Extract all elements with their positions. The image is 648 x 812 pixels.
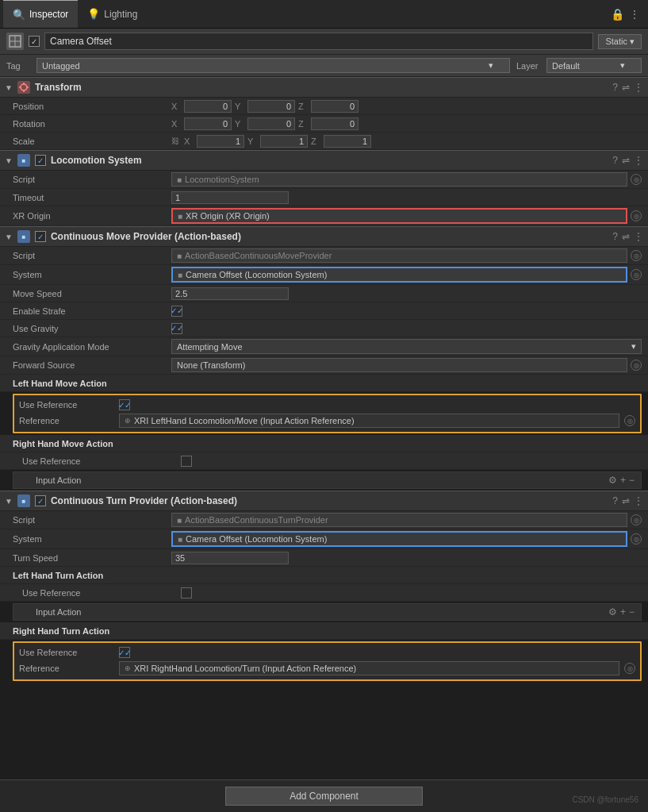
- position-x-input[interactable]: [184, 100, 232, 113]
- continuous-turn-help-icon[interactable]: ?: [612, 495, 618, 506]
- scale-x-input[interactable]: [197, 135, 244, 148]
- turn-left-use-ref-checkbox[interactable]: [181, 587, 192, 598]
- move-system-row: System ■ Camera Offset (Locomotion Syste…: [0, 265, 648, 285]
- continuous-move-more-icon[interactable]: ⋮: [634, 231, 643, 242]
- locomotion-section-header[interactable]: ▼ ■ ✓ Locomotion System ? ⇌ ⋮: [0, 150, 648, 171]
- locomotion-section-actions: ? ⇌ ⋮: [612, 155, 643, 166]
- turn-script-field: ■ ActionBasedContinuousTurnProvider: [171, 513, 627, 527]
- forward-source-field: None (Transform): [171, 358, 627, 372]
- transform-sliders-icon[interactable]: ⇌: [622, 82, 630, 93]
- continuous-turn-more-icon[interactable]: ⋮: [634, 495, 643, 506]
- content-area[interactable]: ▼ Transform ? ⇌ ⋮ Position X Y Z: [0, 77, 648, 789]
- locomotion-script-target[interactable]: ◎: [631, 174, 642, 185]
- turn-left-input-action-minus-icon[interactable]: −: [629, 606, 635, 618]
- continuous-turn-title: Continuous Turn Provider (Action-based): [51, 495, 608, 506]
- move-input-action-gear-icon[interactable]: ⚙: [608, 475, 617, 486]
- continuous-move-section-header[interactable]: ▼ ■ ✓ Continuous Move Provider (Action-b…: [0, 226, 648, 247]
- rotation-label: Rotation: [13, 119, 171, 129]
- turn-left-input-action-label: Input Action: [36, 607, 605, 617]
- continuous-move-title: Continuous Move Provider (Action-based): [51, 231, 608, 242]
- scale-link-icon: ⛓: [171, 137, 179, 145]
- gravity-mode-row: Gravity Application Mode Attempting Move…: [0, 337, 648, 356]
- move-script-field: ■ ActionBasedContinuousMoveProvider: [171, 248, 627, 263]
- gravity-mode-dropdown[interactable]: Attempting Move ▾: [171, 339, 642, 354]
- move-input-action-plus-icon[interactable]: +: [620, 475, 626, 486]
- tag-dropdown[interactable]: Untagged ▾: [36, 58, 510, 73]
- continuous-move-sliders-icon[interactable]: ⇌: [622, 231, 630, 242]
- enable-strafe-checkbox[interactable]: ✓: [171, 306, 182, 317]
- use-gravity-checkbox[interactable]: ✓: [171, 323, 182, 334]
- move-speed-label: Move Speed: [13, 289, 171, 298]
- turn-system-target[interactable]: ◎: [631, 533, 642, 545]
- move-input-action-minus-icon[interactable]: −: [629, 475, 635, 486]
- transform-help-icon[interactable]: ?: [612, 82, 618, 93]
- rotation-z-input[interactable]: [311, 117, 359, 130]
- forward-source-target[interactable]: ◎: [631, 360, 642, 371]
- locomotion-script-label: Script: [13, 175, 171, 184]
- locomotion-more-icon[interactable]: ⋮: [634, 155, 643, 166]
- locomotion-timeout-input[interactable]: [171, 191, 289, 204]
- left-hand-highlighted-box: Use Reference ✓ Reference ⊕ XRI LeftHand…: [13, 394, 642, 433]
- locomotion-timeout-row: Timeout: [0, 189, 648, 206]
- gravity-mode-label: Gravity Application Mode: [13, 342, 171, 352]
- locomotion-xrorigin-target[interactable]: ◎: [631, 210, 642, 221]
- turn-right-ref-target[interactable]: ◎: [624, 663, 635, 674]
- position-y-input[interactable]: [247, 100, 295, 113]
- continuous-turn-enable-checkbox[interactable]: ✓: [35, 495, 46, 506]
- turn-left-input-action-gear-icon[interactable]: ⚙: [608, 606, 617, 618]
- continuous-move-enable-checkbox[interactable]: ✓: [35, 231, 46, 242]
- left-use-ref-checkbox[interactable]: ✓: [119, 399, 130, 410]
- position-z-input[interactable]: [311, 100, 359, 113]
- add-component-button[interactable]: Add Component: [225, 787, 423, 806]
- locomotion-enable-checkbox[interactable]: ✓: [35, 155, 46, 166]
- scale-z-input[interactable]: [324, 135, 371, 148]
- continuous-move-help-icon[interactable]: ?: [612, 231, 618, 242]
- transform-section-actions: ? ⇌ ⋮: [612, 82, 643, 93]
- move-speed-input[interactable]: [171, 287, 289, 300]
- tab-lighting[interactable]: 💡 Lighting: [78, 0, 147, 28]
- locomotion-caret-icon: ▼: [5, 156, 13, 165]
- tab-bar: 🔍 Inspector 💡 Lighting 🔒 ⋮: [0, 0, 648, 29]
- move-system-target[interactable]: ◎: [631, 269, 642, 280]
- locomotion-help-icon[interactable]: ?: [612, 155, 618, 166]
- right-hand-turn-header: Right Hand Turn Action: [0, 622, 648, 640]
- scale-y-input[interactable]: [260, 135, 308, 148]
- continuous-turn-sliders-icon[interactable]: ⇌: [622, 495, 630, 506]
- turn-right-use-ref-checkbox[interactable]: ✓: [119, 647, 130, 658]
- move-script-target[interactable]: ◎: [631, 250, 642, 261]
- move-system-field: ■ Camera Offset (Locomotion System): [171, 267, 627, 283]
- position-label: Position: [13, 102, 171, 111]
- transform-more-icon[interactable]: ⋮: [634, 82, 643, 93]
- rotation-x-input[interactable]: [184, 117, 232, 130]
- scale-xyz: ⛓ X Y Z: [171, 135, 642, 148]
- right-use-ref-row: Use Reference: [0, 452, 648, 470]
- locomotion-sliders-icon[interactable]: ⇌: [622, 155, 630, 166]
- layer-label: Layer: [516, 61, 540, 71]
- turn-speed-input[interactable]: [171, 552, 289, 564]
- turn-right-use-ref-row: Use Reference ✓: [19, 645, 635, 660]
- position-row: Position X Y Z: [0, 98, 648, 115]
- static-button[interactable]: Static ▾: [598, 34, 642, 49]
- left-hand-turn-label: Left Hand Turn Action: [13, 571, 171, 580]
- left-ref-field: ⊕ XRI LeftHand Locomotion/Move (Input Ac…: [119, 414, 619, 428]
- turn-script-target[interactable]: ◎: [631, 514, 642, 525]
- lock-icon[interactable]: 🔒: [611, 8, 624, 21]
- rotation-row: Rotation X Y Z: [0, 115, 648, 133]
- transform-section-icon: [17, 81, 30, 94]
- use-gravity-row: Use Gravity ✓: [0, 320, 648, 337]
- object-active-checkbox[interactable]: ✓: [29, 36, 40, 47]
- gravity-mode-arrow-icon: ▾: [631, 341, 636, 352]
- turn-right-ref-label: Reference: [19, 664, 114, 673]
- turn-right-ref-field: ⊕ XRI RightHand Locomotion/Turn (Input A…: [119, 661, 619, 675]
- locomotion-xrorigin-field: ■ XR Origin (XR Origin): [171, 208, 627, 224]
- left-ref-target[interactable]: ◎: [624, 415, 635, 426]
- more-options-icon[interactable]: ⋮: [629, 8, 640, 21]
- continuous-turn-section-header[interactable]: ▼ ■ ✓ Continuous Turn Provider (Action-b…: [0, 491, 648, 511]
- turn-left-input-action-plus-icon[interactable]: +: [620, 606, 626, 618]
- layer-dropdown[interactable]: Default ▾: [546, 58, 642, 73]
- tab-inspector[interactable]: 🔍 Inspector: [3, 0, 78, 28]
- object-name-input[interactable]: [44, 33, 593, 50]
- transform-section-header[interactable]: ▼ Transform ? ⇌ ⋮: [0, 77, 648, 98]
- rotation-y-input[interactable]: [247, 117, 295, 130]
- right-use-ref-checkbox[interactable]: [181, 456, 192, 467]
